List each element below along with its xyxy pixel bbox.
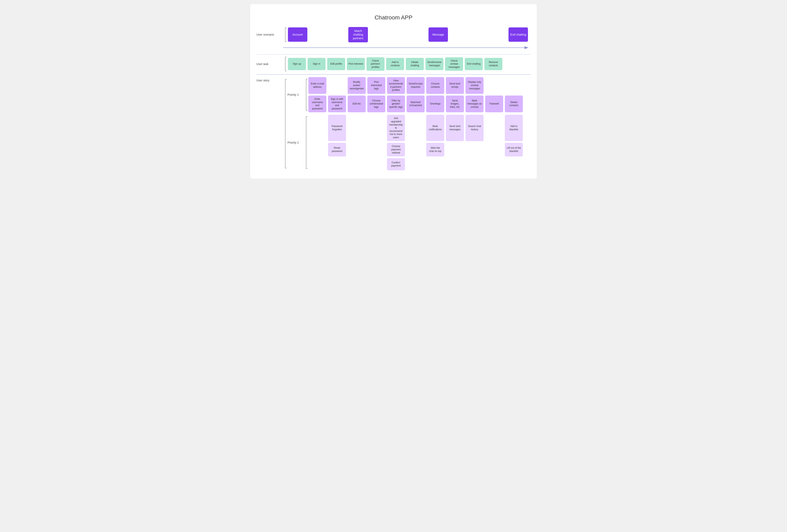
p1-enter-username: Enter username and password [309,95,326,112]
p2-choose-payment: Choose payment method [387,143,405,156]
scenario-message: Message [428,27,448,42]
p1-edit-bio: Edit bio [348,95,366,112]
p1-delete-contacts: Delete contacts [505,95,523,112]
task-signup: Sign up [288,58,306,70]
arrow-container [283,44,531,52]
p1-mark-unread: Mark messages as unread [466,95,484,112]
p1-send-accept: Send/Accept requests [407,77,425,94]
user-task-label: User task [256,62,283,66]
scenario-account: Account [288,27,307,42]
flow-arrow [283,46,531,49]
p1-pick-interested: Pick interested tags [367,77,385,94]
page-title: Chatroom APP [256,10,531,27]
task-remove-contacts: Remove contacts [484,58,502,70]
p2-password-forgotten: Password forgotten [328,115,346,141]
p1-modify-avatar: Modify avatar/ name/gender [348,77,366,94]
task-signin: Sign in [307,58,325,70]
p1-greetings: Greetings [426,95,444,112]
priority2-label: Priority 2 [288,115,304,170]
divider-1 [256,54,531,54]
task-check-unread: Check unread messages [445,57,463,71]
p1-display-unread: Display only unread messages [466,77,484,94]
task-pick-interests: Pick interests [347,58,365,70]
task-edit-profile: Edit profile [327,58,345,70]
p1-enter-email: Enter e-mail address [309,77,326,94]
p1-signin-username: Sign in with username and password [328,95,346,112]
p2-add-blacklist: Add to blacklist [505,115,523,141]
task-add-contacts: Add to contacts [386,58,404,70]
page-container: Chatroom APP User scenario Account Match… [250,4,537,179]
p1-choose-contacts: Choose contacts [426,77,444,94]
task-check-partners: Check partners' profiles [366,57,384,71]
p2-send-shot: Send shot messages [446,115,464,141]
p2-lift-blacklist: Lift out of the blacklist [505,143,523,156]
scenario-end: End chatting [509,27,528,42]
p2-stick-chat: Stick the chat on top [426,143,444,156]
p1-choose-uninterested: Choose uninterested tags [367,95,385,112]
divider-2 [256,74,531,75]
priority1-label: Priority 1 [288,77,304,112]
p1-send-images: Send images, links, etc [446,95,464,112]
user-story-label: User story [256,77,283,82]
p2-confirm-payment: Confirm payment [387,158,405,170]
p1-filter-gender: Filter by gender/ specific tags [387,95,405,112]
task-end-chatting: End chatting [465,58,483,70]
user-task-cards: Sign up Sign in Edit profile Pick intere… [287,57,531,71]
p1-farewell: Farewell [485,95,503,112]
p2-mute-notifications: Mute notifications [426,115,444,141]
user-scenario-label: User scenario [256,33,283,36]
p2-search-history: Search chat history [466,115,484,141]
p2-reset-password: Reset password [328,143,346,156]
p2-join-membership: Join upgraded membership to recommend me… [387,115,405,141]
p1-matched: Matched/ Unmatched [407,95,425,112]
p1-view-recommended: View recommended partners' profiles [387,77,405,94]
scenario-match: Match chatting partners [348,27,368,42]
task-send-receive: Send/receive messages [425,58,443,70]
p1-send-text: Send text/ emojis [446,77,464,94]
task-initiate-chatting: Initiate chatting [406,58,424,70]
diagram: Chatroom APP User scenario Account Match… [250,4,537,179]
